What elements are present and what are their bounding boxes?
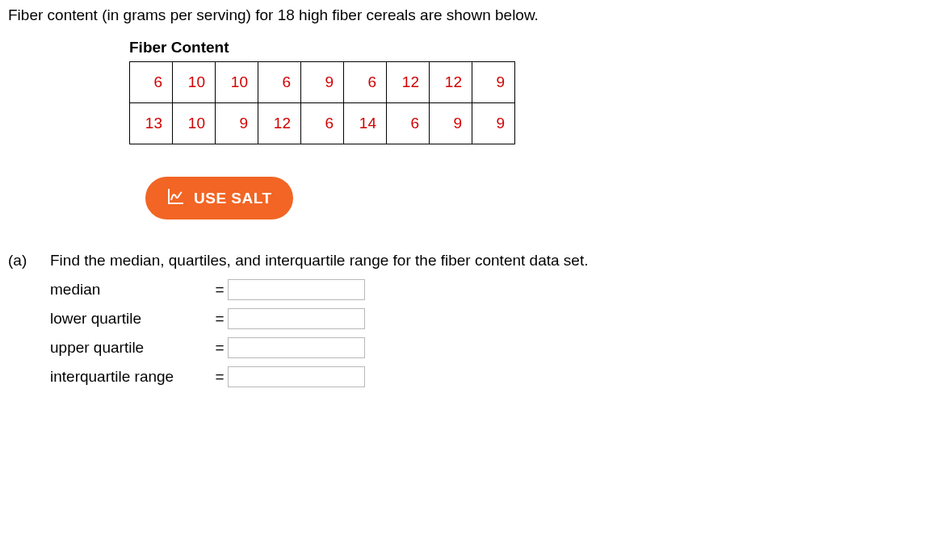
median-label: median — [50, 281, 212, 299]
chart-icon — [166, 186, 186, 210]
data-table-block: Fiber Content 6 10 10 6 9 6 12 12 9 13 1… — [129, 39, 932, 144]
part-a-marker: (a) — [8, 252, 36, 270]
table-cell: 13 — [130, 103, 173, 144]
equals-sign: = — [212, 368, 228, 386]
table-cell: 10 — [216, 62, 258, 103]
answer-grid: median = lower quartile = upper quartile… — [50, 279, 588, 387]
lower-quartile-label: lower quartile — [50, 310, 212, 328]
table-cell: 9 — [301, 62, 344, 103]
median-input[interactable] — [228, 279, 365, 300]
upper-quartile-input[interactable] — [228, 337, 365, 358]
equals-sign: = — [212, 281, 228, 299]
iqr-input[interactable] — [228, 366, 365, 387]
table-cell: 9 — [430, 103, 472, 144]
table-cell: 12 — [258, 103, 301, 144]
table-cell: 6 — [344, 62, 387, 103]
table-cell: 12 — [387, 62, 430, 103]
table-cell: 9 — [472, 62, 515, 103]
use-salt-button[interactable]: USE SALT — [145, 177, 293, 219]
table-cell: 6 — [301, 103, 344, 144]
part-a: (a) Find the median, quartiles, and inte… — [8, 252, 932, 387]
use-salt-label: USE SALT — [194, 190, 272, 207]
equals-sign: = — [212, 339, 228, 357]
lower-quartile-input[interactable] — [228, 308, 365, 329]
table-title: Fiber Content — [129, 39, 932, 56]
table-row: 13 10 9 12 6 14 6 9 9 — [130, 103, 515, 144]
table-cell: 9 — [216, 103, 258, 144]
fiber-content-table: 6 10 10 6 9 6 12 12 9 13 10 9 12 6 14 6 … — [129, 61, 515, 144]
table-cell: 10 — [173, 62, 216, 103]
table-cell: 10 — [173, 103, 216, 144]
intro-text: Fiber content (in grams per serving) for… — [8, 6, 932, 24]
upper-quartile-label: upper quartile — [50, 339, 212, 357]
equals-sign: = — [212, 310, 228, 328]
iqr-label: interquartile range — [50, 368, 212, 386]
table-cell: 6 — [387, 103, 430, 144]
table-cell: 6 — [258, 62, 301, 103]
table-cell: 14 — [344, 103, 387, 144]
table-row: 6 10 10 6 9 6 12 12 9 — [130, 62, 515, 103]
table-cell: 12 — [430, 62, 472, 103]
table-cell: 6 — [130, 62, 173, 103]
table-cell: 9 — [472, 103, 515, 144]
part-a-prompt: Find the median, quartiles, and interqua… — [50, 252, 588, 270]
